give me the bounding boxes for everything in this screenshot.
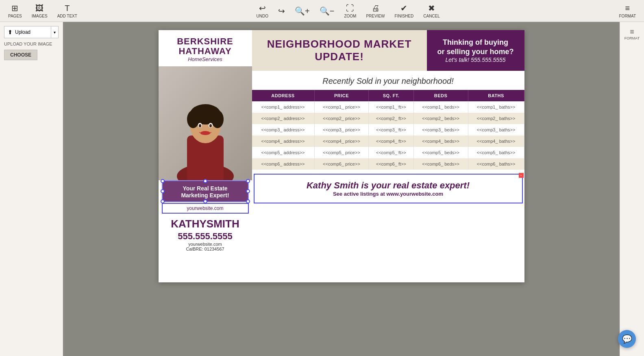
table-cell: <<comp5_ price>> [314,147,369,158]
preview-button[interactable]: 🖨 PREVIEW [366,4,385,18]
header-main: NEIGHBORHOOD MARKET UPDATE! [252,30,427,71]
zoom-out-icon: 🔍− [320,6,335,16]
agent-name: KATHYSMITH [159,214,252,231]
cancel-button[interactable]: ✖ CANCEL [423,3,440,18]
choose-button[interactable]: CHOOSE [4,50,37,60]
table-cell: <<comp5_ address>> [252,147,315,158]
table-cell: <<comp5_ baths>> [468,147,524,158]
table-header-row: ADDRESS PRICE SQ. FT. BEDS BATHS [252,90,524,101]
chat-bubble-button[interactable]: 💬 [618,330,636,348]
table-cell: <<comp4_ ft>> [369,135,413,147]
flyer-top: BERKSHIRE HATHAWAY HomeServices [159,30,524,254]
header-banner: NEIGHBORHOOD MARKET UPDATE! Thinking of … [252,30,524,71]
comp-table: ADDRESS PRICE SQ. FT. BEDS BATHS <<comp1… [252,90,524,170]
upload-icon: ⬆ [8,29,13,35]
finished-label: FINISHED [395,14,414,18]
table-cell: <<comp6_ beds>> [413,158,468,170]
table-cell: <<comp5_ ft>> [369,147,413,158]
cta-phone: Let's talk! 555.555.5555 [437,57,513,63]
comp-table-head: ADDRESS PRICE SQ. FT. BEDS BATHS [252,90,524,101]
agent-website-box[interactable]: yourwebsite.com [162,203,249,214]
undo-button[interactable]: ↩ UNDO [257,3,268,18]
agent-contact: 555.555.5555 yourwebsite.com CalBRE: 012… [159,231,252,254]
images-button[interactable]: 🖼 IMAGES [27,2,52,20]
cta-line1: Thinking of buying [437,38,513,47]
comp-table-body: <<comp1_ address>><<comp1_ price>><<comp… [252,101,524,170]
upload-dropdown[interactable]: ▾ [51,26,58,38]
table-row: <<comp4_ address>><<comp4_ price>><<comp… [252,135,524,147]
zoom-out-button[interactable]: 🔍− [320,6,335,16]
brand-name-line2: HATHAWAY [163,46,248,56]
table-cell: <<comp6_ ft>> [369,158,413,170]
table-cell: <<comp3_ price>> [314,124,369,135]
footer-main-text: Kathy Smith is your real estate expert! [258,180,519,191]
agent-tagline-line2: Marketing Expert! [181,192,229,199]
header-cta: Thinking of buying or selling your home?… [427,30,524,71]
header-main-text: NEIGHBORHOOD MARKET UPDATE! [259,38,420,63]
col-baths: BATHS [468,90,524,101]
preview-label: PREVIEW [366,14,385,18]
table-cell: <<comp2_ ft>> [369,113,413,124]
flyer-right-column: NEIGHBORHOOD MARKET UPDATE! Thinking of … [252,30,524,254]
format-panel-label: FORMAT [624,36,640,40]
agent-phone: 555.555.5555 [160,231,250,242]
table-row: <<comp2_ address>><<comp2_ price>><<comp… [252,113,524,124]
zoom-label: ZOOM [344,14,356,18]
col-beds: BEDS [413,90,468,101]
table-row: <<comp3_ address>><<comp3_ price>><<comp… [252,124,524,135]
svg-point-9 [199,124,201,127]
table-cell: <<comp6_ baths>> [468,158,524,170]
agent-first-name: KATHY [171,218,207,230]
finished-icon: ✔ [400,3,407,13]
images-label: IMAGES [32,14,48,18]
col-sqft: SQ. FT. [369,90,413,101]
handle-br [246,199,250,203]
table-cell: <<comp1_ price>> [314,101,369,113]
pages-label: PAGES [8,14,22,18]
toolbar: ⊞ PAGES 🖼 IMAGES T ADD TEXT ↩ UNDO ↪ 🔍+ … [0,0,644,22]
agent-tagline-line1: Your Real Estate [183,185,227,192]
upload-your-image-label: UPLOAD YOUR IMAGE [4,41,59,46]
upload-button-wrapper[interactable]: ⬆ Upload ▾ [4,26,59,38]
corner-resize-handle[interactable]: + [519,173,524,178]
zoom-in-button[interactable]: 🔍+ [295,6,310,16]
handle-tc [203,179,207,183]
table-cell: <<comp2_ price>> [314,113,369,124]
handle-tl [161,179,165,183]
agent-info-box[interactable]: Your Real Estate Marketing Expert! [162,180,249,202]
cta-line2: or selling your home? [437,47,513,57]
table-cell: <<comp1_ beds>> [413,101,468,113]
undo-label: UNDO [257,14,268,18]
finished-button[interactable]: ✔ FINISHED [395,3,414,18]
handle-bl [161,199,165,203]
agent-bre: CalBRE: 01234567 [160,247,250,251]
chat-icon: 💬 [622,334,632,344]
brand-name-line1: BERKSHIRE [163,37,248,46]
zoom-in-icon: 🔍+ [295,6,310,16]
footer-sub-text: See active listings at www.yourwebsite.c… [258,191,519,197]
upload-label: Upload [15,29,30,35]
format-panel-button[interactable]: ≡ FORMAT [623,26,641,42]
add-text-icon: T [65,4,70,13]
recently-sold-heading: Recently Sold in your neighborhood! [252,71,524,90]
toolbar-right: ≡ FORMAT [614,2,641,20]
table-cell: <<comp2_ baths>> [468,113,524,124]
agent-tagline: Your Real Estate Marketing Expert! [166,185,245,199]
table-cell: <<comp2_ beds>> [413,113,468,124]
agent-last-name: SMITH [207,218,239,230]
flyer: BERKSHIRE HATHAWAY HomeServices [159,30,524,282]
redo-icon: ↪ [278,6,285,16]
pages-button[interactable]: ⊞ PAGES [3,2,27,20]
table-cell: <<comp3_ baths>> [468,124,524,135]
fit-button[interactable]: ⛶ ZOOM [344,4,356,18]
table-cell: <<comp3_ address>> [252,124,315,135]
agent-website-small: yourwebsite.com [160,242,250,247]
cancel-icon: ✖ [428,3,435,13]
format-button[interactable]: ≡ FORMAT [614,2,641,20]
redo-button[interactable]: ↪ [278,6,285,16]
upload-button[interactable]: ⬆ Upload [4,29,51,35]
footer-banner[interactable]: + Kathy Smith is your real estate expert… [254,174,523,203]
handle-bc [203,199,207,203]
table-cell: <<comp6_ address>> [252,158,315,170]
add-text-button[interactable]: T ADD TEXT [52,2,82,20]
